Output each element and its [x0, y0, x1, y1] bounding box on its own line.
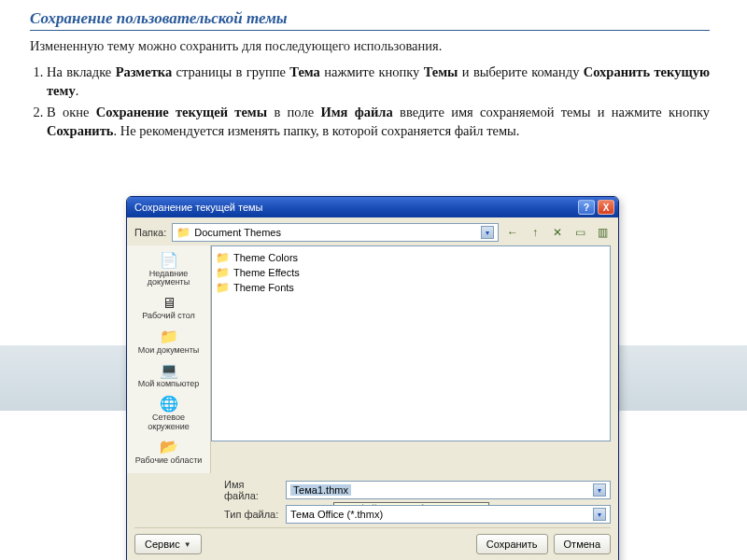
- place-label: Сетевое окружение: [132, 413, 205, 431]
- title-rule: [30, 30, 710, 31]
- place-workspaces[interactable]: 📂 Рабочие области: [130, 436, 207, 469]
- workspace-icon: 📂: [160, 440, 178, 455]
- chevron-down-icon: ▼: [184, 540, 191, 549]
- folder-dropdown[interactable]: 📁 Document Themes ▾: [172, 223, 499, 242]
- computer-icon: 💻: [160, 363, 178, 379]
- save-label: Сохранить: [486, 539, 538, 550]
- place-label: Недавние документы: [132, 270, 205, 287]
- filename-row: Имя файла: Тема1.thmx ▾ Имя файла или ве…: [134, 479, 611, 501]
- filetype-select[interactable]: Тема Office (*.thmx) ▾: [286, 505, 611, 524]
- folder-label: Папка:: [134, 227, 166, 238]
- save-dialog: Сохранение текущей темы ? X Папка: 📁 Doc…: [126, 196, 619, 560]
- desktop-icon: 🖥: [162, 296, 176, 312]
- place-desktop[interactable]: 🖥 Рабочий стол: [130, 292, 207, 325]
- item-label: Theme Colors: [233, 252, 298, 263]
- place-label: Мой компьютер: [138, 380, 200, 388]
- dialog-titlebar[interactable]: Сохранение текущей темы ? X: [127, 197, 618, 217]
- close-button[interactable]: X: [598, 200, 614, 215]
- new-folder-icon[interactable]: ▭: [571, 224, 588, 241]
- item-label: Theme Effects: [233, 267, 300, 278]
- dialog-body: 📄 Недавние документы 🖥 Рабочий стол 📁 Мо…: [127, 245, 618, 473]
- list-item[interactable]: 📁 Theme Fonts: [216, 280, 606, 295]
- cancel-button[interactable]: Отмена: [554, 534, 611, 554]
- folder-icon: 📁: [176, 226, 190, 239]
- place-mydocs[interactable]: 📁 Мои документы: [130, 326, 207, 358]
- back-icon[interactable]: ←: [504, 224, 521, 241]
- filetype-row: Тип файла: Тема Office (*.thmx) ▾: [134, 505, 611, 524]
- folder-icon: 📁: [216, 281, 230, 294]
- step-2: В окне Сохранение текущей темы в поле Им…: [47, 104, 710, 140]
- mydocs-icon: 📁: [160, 329, 178, 345]
- places-bar: 📄 Недавние документы 🖥 Рабочий стол 📁 Мо…: [127, 245, 211, 473]
- filename-input[interactable]: Тема1.thmx ▾ Имя файла или веб-адрес (ht…: [286, 481, 611, 499]
- list-item[interactable]: 📁 Theme Effects: [216, 265, 606, 280]
- tools-label: Сервис: [145, 539, 180, 550]
- save-button[interactable]: Сохранить: [476, 534, 548, 554]
- dialog-button-bar: Сервис ▼ Сохранить Отмена: [134, 527, 611, 554]
- page-title: Сохранение пользовательской темы: [30, 9, 710, 28]
- intro-text: Измененную тему можно сохранить для посл…: [30, 38, 710, 54]
- chevron-down-icon[interactable]: ▾: [593, 483, 606, 497]
- folder-icon: 📁: [216, 266, 230, 279]
- filename-value: Тема1.thmx: [290, 484, 351, 496]
- dialog-title: Сохранение текущей темы: [134, 202, 575, 213]
- place-label: Рабочий стол: [142, 312, 195, 320]
- chevron-down-icon[interactable]: ▾: [593, 508, 606, 521]
- delete-icon[interactable]: ✕: [549, 224, 566, 241]
- place-mycomputer[interactable]: 💻 Мой компьютер: [130, 359, 207, 392]
- views-icon[interactable]: ▥: [594, 224, 611, 241]
- recent-icon: 📄: [160, 253, 178, 269]
- file-list[interactable]: 📁 Theme Colors 📁 Theme Effects 📁 Theme F…: [211, 245, 611, 441]
- place-label: Рабочие области: [135, 456, 203, 465]
- place-label: Мои документы: [138, 346, 200, 355]
- filetype-label: Тип файла:: [134, 509, 280, 520]
- network-icon: 🌐: [160, 397, 178, 413]
- steps-list: На вкладке Разметка страницы в группе Те…: [47, 63, 710, 140]
- up-icon[interactable]: ↑: [527, 224, 543, 241]
- step-1: На вкладке Разметка страницы в группе Те…: [47, 63, 710, 100]
- dialog-toolbar: Папка: 📁 Document Themes ▾ ← ↑ ✕ ▭ ▥: [127, 217, 618, 245]
- item-label: Theme Fonts: [233, 282, 294, 293]
- cancel-label: Отмена: [564, 539, 600, 550]
- place-recent[interactable]: 📄 Недавние документы: [130, 249, 207, 291]
- list-item[interactable]: 📁 Theme Colors: [216, 250, 606, 265]
- filetype-value: Тема Office (*.thmx): [290, 509, 383, 520]
- folder-value: Document Themes: [194, 227, 281, 238]
- dialog-bottom: Имя файла: Тема1.thmx ▾ Имя файла или ве…: [127, 473, 618, 560]
- chevron-down-icon[interactable]: ▾: [481, 226, 494, 239]
- folder-icon: 📁: [216, 251, 230, 264]
- filename-label: Имя файла:: [134, 479, 280, 501]
- place-network[interactable]: 🌐 Сетевое окружение: [130, 393, 207, 435]
- tools-button[interactable]: Сервис ▼: [134, 534, 202, 554]
- help-button[interactable]: ?: [578, 200, 595, 215]
- document-body: Сохранение пользовательской темы Изменен…: [0, 0, 747, 140]
